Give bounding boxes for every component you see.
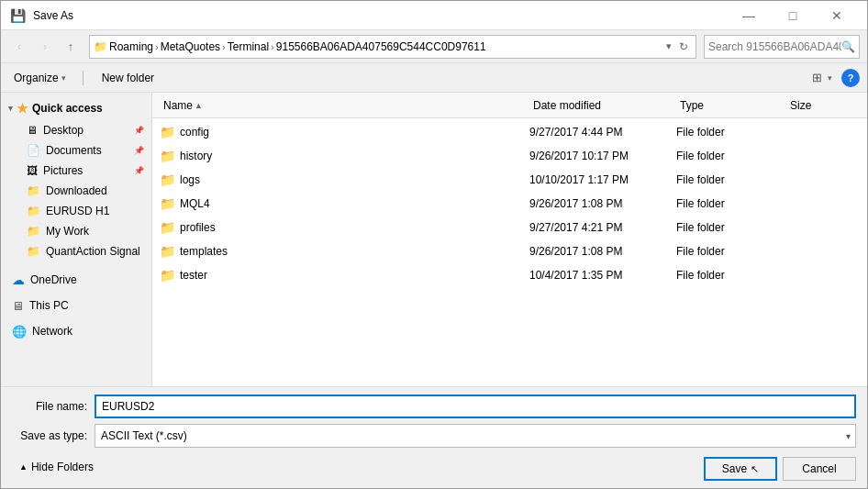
filename-label: File name: [12,400,95,413]
file-name: history [180,150,529,162]
sidebar-item-quantaction[interactable]: 📁 QuantAction Signal [1,241,151,261]
address-bar[interactable]: 📁 Roaming › MetaQuotes › Terminal › 9155… [89,35,696,59]
filetype-select[interactable]: ASCII Text (*.csv) [95,424,856,448]
col-date-header[interactable]: Date modified [529,95,676,116]
back-button[interactable]: ‹ [8,36,30,58]
nav-toolbar: ‹ › ↑ 📁 Roaming › MetaQuotes › Terminal … [1,30,867,63]
toolbar-separator [83,71,83,85]
window-title: Save As [33,9,73,22]
forward-button[interactable]: › [34,36,56,58]
network-icon: 🌐 [12,325,27,339]
filetype-label: Save as type: [12,429,95,442]
table-row[interactable]: 📁 history 9/26/2017 10:17 PM File folder [152,144,867,168]
file-name: profiles [180,221,529,234]
file-list: 📁 config 9/27/2017 4:44 PM File folder 📁… [152,118,867,386]
quantaction-label: QuantAction Signal [46,245,140,258]
quantaction-icon: 📁 [27,245,40,258]
sidebar-item-desktop[interactable]: 🖥 Desktop 📌 [1,120,151,140]
breadcrumb-roaming[interactable]: Roaming [109,40,153,53]
hide-folders-button[interactable]: ▲ Hide Folders [12,457,101,477]
col-type-header[interactable]: Type [676,95,786,116]
folder-icon: 📁 [160,196,174,211]
file-name: templates [180,245,529,258]
second-toolbar: Organize ▾ New folder ⊞ ▾ ? [1,63,867,93]
breadcrumb-terminal[interactable]: Terminal [228,40,269,53]
downloaded-icon: 📁 [27,184,40,197]
search-input[interactable] [708,40,841,53]
pictures-label: Pictures [43,164,83,177]
sidebar-item-network[interactable]: 🌐 Network [1,320,151,342]
table-row[interactable]: 📁 tester 10/4/2017 1:35 PM File folder [152,263,867,287]
up-button[interactable]: ↑ [60,36,82,58]
address-folder-icon: 📁 [94,40,107,53]
title-controls: — □ ✕ [728,3,858,28]
cancel-button[interactable]: Cancel [783,457,856,481]
thispc-label: This PC [29,299,69,312]
save-cursor-icon: ↖ [751,463,759,475]
col-size-header[interactable]: Size [786,95,860,116]
folder-icon: 📁 [160,220,174,235]
search-bar[interactable]: 🔍 [704,35,860,59]
table-row[interactable]: 📁 logs 10/10/2017 1:17 PM File folder [152,168,867,192]
close-button[interactable]: ✕ [816,3,858,28]
folder-icon: 📁 [160,149,174,163]
save-as-dialog: 💾 Save As — □ ✕ ‹ › ↑ 📁 Roaming › MetaQu… [0,0,868,489]
filetype-row: Save as type: ASCII Text (*.csv) [12,424,856,448]
sidebar-item-thispc[interactable]: 🖥 This PC [1,295,151,317]
file-type: File folder [676,173,786,186]
mywork-icon: 📁 [27,225,40,238]
filename-input[interactable] [95,395,856,418]
file-date: 9/27/2017 4:21 PM [529,221,676,234]
folder-icon: 📁 [160,125,174,139]
file-type: File folder [676,197,786,210]
address-dropdown-button[interactable]: ▾ [662,40,675,52]
title-bar-left: 💾 Save As [10,8,73,23]
help-button[interactable]: ? [841,69,860,87]
sort-arrow: ▲ [195,101,203,110]
col-name-header[interactable]: Name ▲ [160,95,529,116]
breadcrumb: Roaming › MetaQuotes › Terminal › 915566… [109,40,662,53]
file-name: config [180,126,529,139]
documents-label: Documents [46,144,102,157]
save-button[interactable]: Save ↖ [704,457,777,481]
title-bar: 💾 Save As — □ ✕ [1,1,867,30]
sidebar-item-mywork[interactable]: 📁 My Work [1,221,151,241]
sidebar-item-downloaded[interactable]: 📁 Downloaded [1,181,151,201]
sidebar-quick-access[interactable]: ▾ ★ Quick access [1,96,151,120]
eurusd-label: EURUSD H1 [46,205,109,217]
pictures-icon: 🖼 [27,164,38,177]
sidebar-item-eurusd[interactable]: 📁 EURUSD H1 [1,201,151,221]
maximize-button[interactable]: □ [772,3,814,28]
sidebar-item-documents[interactable]: 📄 Documents 📌 [1,140,151,161]
address-refresh-button[interactable]: ↻ [675,40,692,53]
table-row[interactable]: 📁 profiles 9/27/2017 4:21 PM File folder [152,216,867,239]
new-folder-button[interactable]: New folder [95,69,161,87]
table-row[interactable]: 📁 MQL4 9/26/2017 1:08 PM File folder [152,192,867,216]
file-type: File folder [676,245,786,258]
network-label: Network [32,325,72,338]
breadcrumb-metaquotes[interactable]: MetaQuotes [161,40,220,53]
organize-label: Organize [14,72,59,84]
thispc-icon: 🖥 [12,299,24,313]
table-row[interactable]: 📁 templates 9/26/2017 1:08 PM File folde… [152,239,867,263]
organize-button[interactable]: Organize ▾ [8,69,72,87]
folder-icon: 📁 [160,268,174,283]
onedrive-icon: ☁ [12,272,25,287]
view-mode-button[interactable]: ⊞ [808,69,826,86]
eurusd-icon: 📁 [27,205,40,217]
filetype-select-wrapper: ASCII Text (*.csv) [95,424,856,448]
filename-row: File name: [12,395,856,418]
breadcrumb-current: 915566BA06ADA407569C544CC0D97611 [276,40,486,53]
folder-icon: 📁 [160,172,174,187]
file-list-header: Name ▲ Date modified Type Size [152,93,867,118]
file-name: tester [180,269,529,282]
table-row[interactable]: 📁 config 9/27/2017 4:44 PM File folder [152,120,867,144]
sidebar-item-onedrive[interactable]: ☁ OneDrive [1,269,151,291]
file-type: File folder [676,150,786,162]
sidebar: ▾ ★ Quick access 🖥 Desktop 📌 📄 Documents… [1,93,152,386]
minimize-button[interactable]: — [728,3,770,28]
file-date: 9/26/2017 1:08 PM [529,197,676,210]
folder-icon: 📁 [160,244,174,259]
mywork-label: My Work [46,225,89,238]
sidebar-item-pictures[interactable]: 🖼 Pictures 📌 [1,161,151,181]
